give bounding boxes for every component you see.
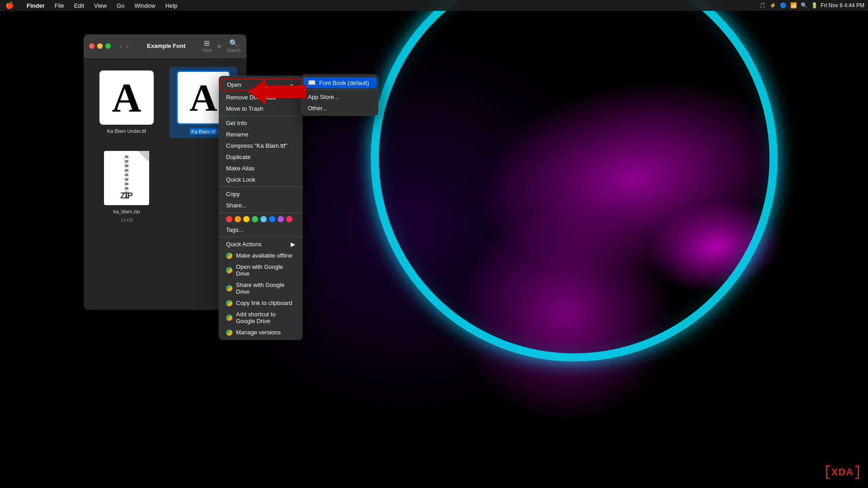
ctx-gdrive-offline-label: Make available offline xyxy=(236,252,292,259)
ctx-open-label: Open xyxy=(227,81,241,88)
forward-button[interactable]: › xyxy=(125,42,131,51)
book-icon: 📖 xyxy=(308,79,316,86)
zip-label: ZIP xyxy=(120,191,133,201)
ctx-trash-label: Move to Trash xyxy=(226,105,263,112)
ctx-gdrive-offline[interactable]: Make available offline xyxy=(219,250,302,261)
ctx-info-label: Get Info xyxy=(226,120,247,127)
ctx-share-label: Share... xyxy=(226,202,247,209)
arrow-head xyxy=(248,79,266,104)
search-label: Search xyxy=(226,48,241,53)
owm-appstore[interactable]: App Store... xyxy=(302,91,378,103)
menubar: 🍎 Finder File Edit View Go Window Help 🎵… xyxy=(0,0,868,11)
gdrive-icon-2 xyxy=(226,267,232,273)
tag-dot-green[interactable] xyxy=(252,216,258,222)
menubar-icons-system: 🎵 ⚡ 🔵 📶 🔍 🔋 xyxy=(759,2,818,9)
ctx-gdrive-versions[interactable]: Manage versions xyxy=(219,327,302,338)
zip-icon: ZIP xyxy=(104,151,149,205)
menu-go[interactable]: Go xyxy=(115,1,126,10)
menubar-datetime: Fri Nov 8 4:44 PM xyxy=(821,2,864,9)
tag-dot-blue[interactable] xyxy=(269,216,275,222)
owm-fontbook[interactable]: 📖 Font Book (default) xyxy=(303,77,377,88)
menu-window[interactable]: Window xyxy=(132,1,157,10)
file-item-zip[interactable]: ZIP ka_blam.zip 14 KB xyxy=(93,147,160,226)
close-button[interactable] xyxy=(89,43,94,49)
ctx-tags[interactable]: Tags... xyxy=(219,224,302,235)
owm-sep xyxy=(302,89,378,90)
grid-icon: ⊞ xyxy=(204,39,210,47)
tag-dot-purple[interactable] xyxy=(278,216,284,222)
menu-view[interactable]: View xyxy=(92,1,108,10)
ctx-quick-actions-label: Quick Actions xyxy=(226,241,262,248)
back-button[interactable]: ‹ xyxy=(118,42,124,51)
menu-help[interactable]: Help xyxy=(164,1,179,10)
menubar-icon-6[interactable]: 🔋 xyxy=(811,2,818,9)
nav-arrows: ‹ › xyxy=(118,42,130,51)
red-arrow xyxy=(248,79,307,104)
file-name-zip: ka_blam.zip xyxy=(113,209,140,214)
ctx-gdrive-shortcut[interactable]: Add shortcut to Google Drive xyxy=(219,309,302,327)
ctx-copy-label: Copy xyxy=(226,191,240,197)
ctx-sep-2 xyxy=(219,187,302,187)
ctx-sep-3 xyxy=(219,212,302,213)
ctx-move-to-trash[interactable]: Move to Trash xyxy=(219,103,302,114)
file-size-zip: 14 KB xyxy=(120,218,132,223)
menu-edit[interactable]: Edit xyxy=(72,1,86,10)
ctx-gdrive-share[interactable]: Share with Google Drive xyxy=(219,279,302,297)
tag-dot-yellow[interactable] xyxy=(243,216,250,222)
tag-dot-orange[interactable] xyxy=(235,216,241,222)
ctx-duplicate[interactable]: Duplicate xyxy=(219,151,302,163)
tag-dot-pink[interactable] xyxy=(286,216,292,222)
owm-other-label: Other... xyxy=(308,105,327,112)
owm-appstore-label: App Store... xyxy=(308,94,339,100)
gdrive-icon-1 xyxy=(226,253,232,259)
search-button[interactable]: 🔍 Search xyxy=(226,39,241,53)
menubar-icon-3[interactable]: 🔵 xyxy=(780,2,787,9)
ctx-gdrive-share-label: Share with Google Drive xyxy=(236,282,295,295)
file-name-1: Ka Blam Under.ttf xyxy=(107,128,146,134)
view-toggle[interactable]: ⊞ View xyxy=(202,39,212,53)
ctx-gdrive-open[interactable]: Open with Google Drive xyxy=(219,261,302,279)
ctx-quicklook-label: Quick Look xyxy=(226,176,255,183)
ctx-gdrive-shortcut-label: Add shortcut to Google Drive xyxy=(236,311,295,324)
menu-file[interactable]: File xyxy=(53,1,66,10)
arrow-icon[interactable]: » xyxy=(217,42,221,50)
xda-bracket-left xyxy=(826,465,830,479)
ctx-copy[interactable]: Copy xyxy=(219,188,302,200)
ctx-compress-label: Compress "Ka Blam.ttf" xyxy=(226,142,288,149)
ctx-tags-row xyxy=(219,214,302,224)
menubar-icon-5[interactable]: 🔍 xyxy=(801,2,807,9)
gdrive-icon-5 xyxy=(226,314,232,321)
xda-text: XDA xyxy=(831,466,854,478)
ctx-gdrive-copy-link[interactable]: Copy link to clipboard xyxy=(219,297,302,309)
ctx-get-info[interactable]: Get Info xyxy=(219,117,302,129)
ctx-share[interactable]: Share... xyxy=(219,200,302,211)
ctx-rename-label: Rename xyxy=(226,131,248,138)
ctx-rename[interactable]: Rename xyxy=(219,129,302,140)
font-letter-1: A xyxy=(112,75,142,121)
menubar-icon-1[interactable]: 🎵 xyxy=(759,2,766,9)
font-icon-1: A xyxy=(99,70,154,125)
tag-dot-red[interactable] xyxy=(226,216,232,222)
ctx-quick-look[interactable]: Quick Look xyxy=(219,174,302,185)
ctx-quick-actions[interactable]: Quick Actions ▶ xyxy=(219,239,302,250)
menubar-icon-2[interactable]: ⚡ xyxy=(769,2,776,9)
owm-fontbook-label: Font Book (default) xyxy=(319,80,369,86)
tag-dot-teal[interactable] xyxy=(260,216,267,222)
view-label: View xyxy=(202,48,212,53)
toolbar-right: ⊞ View » 🔍 Search xyxy=(202,39,241,53)
ctx-gdrive-open-label: Open with Google Drive xyxy=(236,263,295,277)
minimize-button[interactable] xyxy=(97,43,103,49)
ctx-compress[interactable]: Compress "Ka Blam.ttf" xyxy=(219,140,302,151)
menubar-icon-4[interactable]: 📶 xyxy=(790,2,797,9)
ctx-make-alias[interactable]: Make Alias xyxy=(219,163,302,174)
search-icon: 🔍 xyxy=(229,39,238,47)
context-menu: Open Remove Download Move to Trash Get I… xyxy=(219,76,302,340)
owm-other[interactable]: Other... xyxy=(302,103,378,114)
ctx-tags-label: Tags... xyxy=(226,226,243,233)
fullscreen-button[interactable] xyxy=(105,43,111,49)
apple-menu[interactable]: 🍎 xyxy=(4,0,16,10)
gdrive-icon-4 xyxy=(226,300,232,306)
ctx-gdrive-copy-label: Copy link to clipboard xyxy=(236,300,292,306)
menu-finder[interactable]: Finder xyxy=(25,1,47,10)
file-item-font1[interactable]: A Ka Blam Under.ttf xyxy=(93,67,160,137)
